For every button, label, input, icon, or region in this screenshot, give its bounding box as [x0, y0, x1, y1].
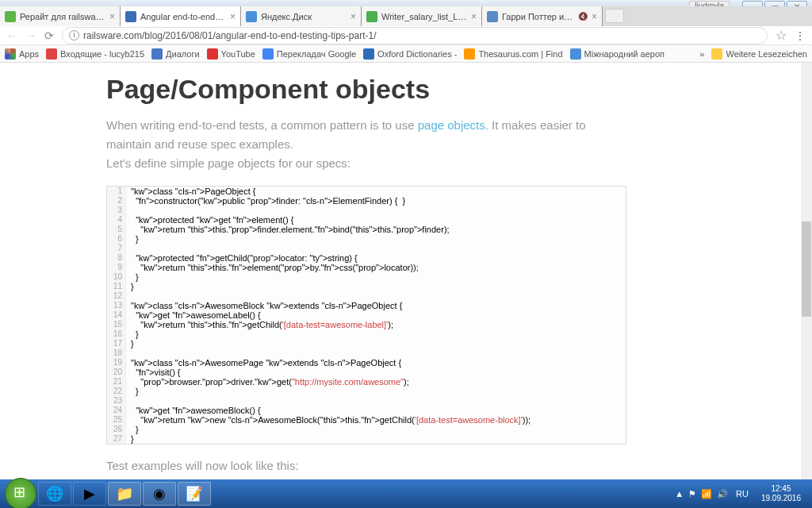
bookmarks-overflow[interactable]: » [699, 49, 704, 59]
new-tab-button[interactable] [605, 9, 624, 23]
code-line [126, 244, 131, 253]
close-tab-icon[interactable]: × [592, 11, 597, 22]
tab-1[interactable]: Angular end-to-end test× [121, 6, 241, 26]
forward-button[interactable]: → [25, 29, 36, 42]
code-line: } [126, 339, 134, 348]
bookmark-item[interactable]: YouTube [207, 48, 255, 60]
system-clock[interactable]: 12:45 19.09.2016 [756, 484, 806, 503]
favicon-icon [125, 11, 136, 22]
line-number: 9 [107, 263, 126, 272]
page-objects-link[interactable]: page objects [418, 118, 485, 132]
code-line: "kw">return "kw">new "cls-n">AwesomeBloc… [126, 415, 530, 425]
bookmark-item[interactable]: Диалоги [151, 48, 200, 60]
line-number: 12 [107, 291, 126, 301]
line-number: 19 [107, 358, 126, 368]
code-line: "kw">return "this">this."fn">element("pr… [126, 263, 419, 272]
tab-0[interactable]: Рерайт для railsware.com× [0, 6, 121, 26]
bookmark-favicon [570, 48, 581, 60]
scrollbar[interactable] [801, 63, 812, 479]
bookmark-favicon [262, 48, 274, 60]
tray-flag-icon[interactable]: ⚑ [688, 489, 696, 499]
close-tab-icon[interactable]: × [109, 11, 115, 22]
line-number: 24 [107, 406, 126, 415]
line-number: 7 [107, 244, 126, 253]
code-line [126, 206, 131, 215]
taskbar-ie-icon[interactable]: 🌐 [38, 482, 71, 506]
browser-tabs: Рерайт для railsware.com× Angular end-to… [0, 6, 812, 26]
bookmark-item[interactable]: Oxford Dictionaries - [363, 48, 457, 60]
line-number: 6 [107, 234, 126, 244]
close-tab-icon[interactable]: × [350, 11, 356, 22]
close-tab-icon[interactable]: × [230, 11, 236, 22]
line-number: 14 [107, 310, 126, 320]
favicon-icon [5, 11, 16, 22]
line-number: 27 [107, 434, 126, 444]
other-bookmarks[interactable]: Weitere Lesezeichen [711, 48, 807, 60]
system-tray: ▲ ⚑ 📶 🔊 RU 12:45 19.09.2016 [675, 484, 809, 503]
line-number: 4 [107, 215, 126, 225]
address-bar[interactable]: i railsware.com/blog/2016/08/01/angular-… [62, 27, 768, 44]
windows-taskbar: 🌐 ▶ 📁 ◉ 📝 ▲ ⚑ 📶 🔊 RU 12:45 19.09.2016 [0, 479, 812, 508]
line-number: 16 [107, 329, 126, 339]
line-number: 17 [107, 339, 126, 348]
page-viewport: Page/Component objects When writing end-… [0, 63, 801, 479]
start-button[interactable] [5, 478, 36, 508]
url-text: railsware.com/blog/2016/08/01/angular-en… [83, 30, 377, 41]
bookmark-item[interactable]: Перекладач Google [262, 48, 356, 60]
bookmark-favicon [46, 48, 57, 60]
code-line: "kw">class "cls-n">AwesomeBlock "kw">ext… [126, 301, 402, 310]
code-line: "kw">return "this">this."prop">finder.el… [126, 225, 450, 234]
close-tab-icon[interactable]: × [471, 11, 477, 22]
taskbar-chrome-icon[interactable]: ◉ [143, 482, 176, 506]
tray-network-icon[interactable]: 📶 [701, 489, 712, 499]
tray-up-icon[interactable]: ▲ [675, 489, 684, 498]
code-line: "fn">constructor("kw">public "prop">find… [126, 196, 405, 206]
audio-icon[interactable]: 🔇 [578, 12, 588, 21]
tray-volume-icon[interactable]: 🔊 [717, 489, 728, 499]
back-button[interactable]: ← [6, 29, 17, 42]
code-block: 1"kw">class "cls-n">PageObject {2 "fn">c… [106, 186, 626, 444]
code-line: } [126, 234, 139, 244]
line-number: 15 [107, 320, 126, 329]
taskbar-word-icon[interactable]: 📝 [178, 482, 211, 506]
code-line: "kw">class "cls-n">PageObject { [126, 187, 256, 196]
line-number: 25 [107, 415, 126, 425]
bookmark-favicon [464, 48, 475, 60]
bookmark-favicon [151, 48, 163, 60]
page-heading: Page/Component objects [106, 63, 626, 105]
reload-button[interactable]: ⟳ [44, 29, 54, 42]
language-indicator[interactable]: RU [733, 489, 752, 498]
bookmark-favicon [363, 48, 374, 60]
line-number: 10 [107, 272, 126, 282]
line-number: 11 [107, 282, 126, 291]
apps-button[interactable]: Apps [5, 48, 39, 60]
chrome-menu-icon[interactable]: ⋮ [795, 29, 806, 42]
line-number: 26 [107, 425, 126, 434]
code-line: "kw">protected "fn">getChild("prop">loca… [126, 253, 358, 263]
bookmark-item[interactable]: Міжнародний аероп [570, 48, 665, 60]
address-bar-row: ← → ⟳ i railsware.com/blog/2016/08/01/an… [0, 26, 812, 45]
taskbar-media-icon[interactable]: ▶ [73, 482, 106, 506]
code-line: "fn">visit() { [126, 368, 181, 377]
bookmark-item[interactable]: Thesaurus.com | Find [464, 48, 562, 60]
line-number: 13 [107, 301, 126, 310]
code-line [126, 291, 131, 301]
site-info-icon[interactable]: i [69, 30, 79, 40]
tab-2[interactable]: Яндекс.Диск× [241, 6, 362, 26]
line-number: 5 [107, 225, 126, 234]
favicon-icon [366, 11, 377, 22]
folder-icon [711, 48, 722, 60]
bookmark-star-icon[interactable]: ☆ [776, 28, 787, 43]
code-line: } [126, 282, 134, 291]
code-line: "kw">class "cls-n">AwesomePage "kw">exte… [126, 358, 401, 368]
favicon-icon [246, 11, 257, 22]
tab-3[interactable]: Writer_salary_list_L.BUTE× [362, 6, 482, 26]
tab-4[interactable]: Гарри Поттер и орде🔇× [482, 6, 603, 26]
taskbar-explorer-icon[interactable]: 📁 [108, 482, 141, 506]
bookmark-item[interactable]: Входящие - lucyb215 [46, 48, 144, 60]
scrollbar-thumb[interactable] [802, 221, 811, 317]
apps-icon [5, 48, 16, 60]
line-number: 1 [107, 187, 126, 196]
code-line [126, 348, 131, 358]
code-line: "prop">browser."prop">driver."kw">get("h… [126, 377, 409, 387]
